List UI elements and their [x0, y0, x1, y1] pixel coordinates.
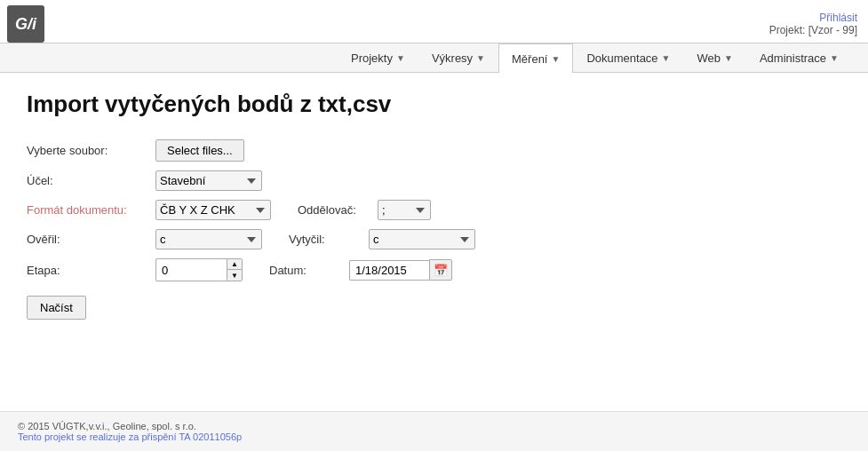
datum-group: Datum: 📅 — [269, 259, 452, 281]
nav-item-web[interactable]: Web▼ — [684, 44, 746, 72]
header: G/i Přihlásit Projekt: [Vzor - 99] — [0, 0, 868, 44]
nav-item-výkresy[interactable]: Výkresy▼ — [418, 44, 498, 72]
nacist-button[interactable]: Načíst — [27, 296, 86, 320]
etapa-input[interactable] — [155, 258, 227, 281]
overil-label: Ověřil: — [27, 233, 155, 246]
datum-date-wrap: 📅 — [349, 259, 452, 281]
etapa-spinner-buttons: ▲ ▼ — [227, 258, 243, 281]
nav-item-label: Měření — [512, 52, 547, 66]
nav-item-label: Web — [697, 51, 721, 65]
etapa-down-button[interactable]: ▼ — [227, 270, 242, 281]
format-row: Formát dokumentu: ČB Y X Z CHK ČB X Y Z … — [27, 200, 841, 220]
odelovac-label: Oddělovač: — [298, 203, 378, 217]
logo-text: G/i — [15, 15, 36, 34]
logo-area: G/i — [7, 5, 44, 43]
ucel-select[interactable]: Stavební Geodetický Jiný — [155, 170, 262, 191]
nav-item-měření[interactable]: Měření▼ — [498, 44, 573, 73]
vytyčil-group: Vytyčil: c — [289, 229, 475, 249]
login-link[interactable]: Přihlásit — [819, 12, 857, 24]
vytyčil-select[interactable]: c — [369, 229, 475, 249]
chevron-down-icon: ▼ — [551, 54, 560, 64]
vytyčil-label: Vytyčil: — [289, 233, 369, 246]
chevron-down-icon: ▼ — [396, 53, 405, 63]
logo: G/i — [7, 5, 44, 43]
chevron-down-icon: ▼ — [724, 53, 733, 63]
nav-item-projekty[interactable]: Projekty▼ — [338, 44, 418, 72]
datum-input[interactable] — [349, 260, 429, 281]
odelovac-group: Oddělovač: ; , TAB — [298, 200, 431, 220]
chevron-down-icon: ▼ — [830, 53, 839, 63]
file-label: Vyberte soubor: — [27, 144, 155, 157]
etapa-up-button[interactable]: ▲ — [227, 259, 242, 270]
odelovac-select[interactable]: ; , TAB — [378, 200, 431, 220]
user-info: Přihlásit Projekt: [Vzor - 99] — [769, 12, 857, 36]
nav-item-administrace[interactable]: Administrace▼ — [746, 44, 852, 72]
format-select[interactable]: ČB Y X Z CHK ČB X Y Z Y X Z — [155, 200, 271, 220]
ucel-row: Účel: Stavební Geodetický Jiný — [27, 170, 841, 191]
nav-item-label: Dokumentace — [586, 51, 657, 65]
chevron-down-icon: ▼ — [662, 53, 671, 63]
nav-item-label: Administrace — [760, 51, 826, 65]
format-label: Formát dokumentu: — [27, 203, 155, 217]
etapa-row: Etapa: ▲ ▼ Datum: 📅 — [27, 258, 841, 281]
nav-item-label: Výkresy — [432, 51, 473, 65]
overil-select[interactable]: c — [155, 229, 262, 249]
datum-label: Datum: — [269, 264, 349, 277]
ucel-label: Účel: — [27, 174, 155, 187]
nav-item-label: Projekty — [351, 51, 393, 65]
page-title: Import vytyčených bodů z txt,csv — [27, 91, 841, 118]
overil-row: Ověřil: c Vytyčil: c — [27, 229, 841, 249]
chevron-down-icon: ▼ — [476, 53, 485, 63]
nav-item-dokumentace[interactable]: Dokumentace▼ — [573, 44, 683, 72]
select-files-button[interactable]: Select files... — [155, 139, 244, 162]
main-content: Import vytyčených bodů z txt,csv Vyberte… — [0, 73, 868, 375]
nacist-row: Načíst — [27, 290, 841, 320]
file-row: Vyberte soubor: Select files... — [27, 139, 841, 162]
datum-calendar-button[interactable]: 📅 — [429, 259, 452, 281]
etapa-label: Etapa: — [27, 264, 155, 277]
etapa-spinner: ▲ ▼ — [155, 258, 243, 281]
nav-bar: Projekty▼Výkresy▼Měření▼Dokumentace▼Web▼… — [0, 44, 868, 73]
project-label: Projekt: [Vzor - 99] — [769, 24, 857, 36]
